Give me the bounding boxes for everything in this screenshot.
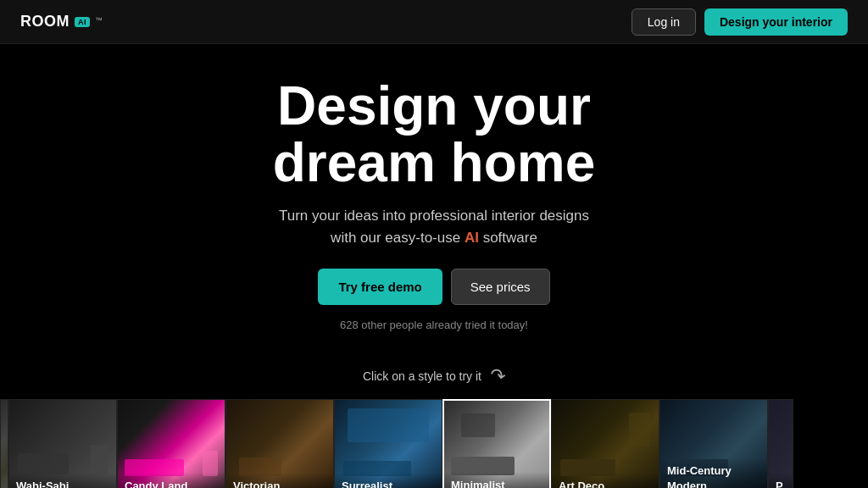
style-label-row: Click on a style to try it ↷: [0, 365, 868, 387]
style-card-surrealist[interactable]: Surrealist: [334, 399, 442, 488]
hero-section: Design your dream home Turn your ideas i…: [0, 44, 868, 348]
style-card-wabi-sabi-label: Wabi-Sabi: [16, 480, 69, 488]
style-card-art-deco-label: Art Deco: [559, 480, 604, 488]
style-card-partial-right[interactable]: P...: [768, 399, 793, 488]
style-card-wabi-sabi-overlay: Wabi-Sabi: [9, 473, 116, 488]
style-card-candy-land[interactable]: Candy Land: [117, 399, 225, 488]
style-card-art-deco[interactable]: Art Deco: [551, 399, 659, 488]
style-card-wabi-sabi[interactable]: Wabi-Sabi: [8, 399, 117, 488]
style-card-candy-land-overlay: Candy Land: [118, 473, 225, 488]
style-card-minimalist[interactable]: Minimalist: [442, 399, 551, 488]
social-proof-text: 628 other people already tried it today!: [340, 319, 528, 331]
style-card-candy-land-label: Candy Land: [125, 480, 187, 488]
nav-buttons: Log in Design your interior: [632, 8, 848, 36]
logo-text: ROOM: [20, 13, 70, 30]
see-prices-button[interactable]: See prices: [451, 269, 550, 305]
curved-arrow-icon: ↷: [488, 364, 507, 389]
style-instruction-label: Click on a style to try it: [363, 369, 481, 383]
ai-highlight: AI: [465, 230, 479, 246]
hero-title: Design your dream home: [273, 78, 596, 191]
navbar: ROOM AI ™ Log in Design your interior: [0, 0, 868, 44]
style-card-minimalist-label: Minimalist: [451, 479, 505, 488]
style-card-victorian[interactable]: Victorian: [225, 399, 334, 488]
style-card-art-deco-overlay: Art Deco: [552, 473, 659, 488]
style-card-mid-century[interactable]: Mid-Century Modern: [659, 399, 768, 488]
hero-subtitle: Turn your ideas into professional interi…: [264, 205, 604, 248]
style-card-mid-century-overlay: Mid-Century Modern: [660, 458, 767, 488]
login-button[interactable]: Log in: [632, 8, 696, 36]
try-free-demo-button[interactable]: Try free demo: [318, 269, 442, 305]
styles-section: Click on a style to try it ↷ Wabi-Sabi C…: [0, 348, 868, 488]
logo-ai-badge: AI: [75, 17, 90, 27]
style-card-surrealist-label: Surrealist: [342, 480, 392, 488]
logo: ROOM AI ™: [20, 13, 103, 30]
style-card-minimalist-overlay: Minimalist: [444, 472, 549, 488]
style-card-victorian-overlay: Victorian: [226, 473, 333, 488]
design-interior-button[interactable]: Design your interior: [704, 8, 848, 36]
style-card-victorian-label: Victorian: [233, 480, 280, 488]
cta-buttons: Try free demo See prices: [318, 269, 549, 305]
style-cards-strip: Wabi-Sabi Candy Land Victorian: [0, 399, 868, 488]
style-card-mid-century-label: Mid-Century Modern: [667, 464, 732, 488]
logo-trademark: ™: [95, 16, 103, 25]
style-card-partial-left[interactable]: [0, 399, 8, 488]
style-card-surrealist-overlay: Surrealist: [335, 473, 442, 488]
style-card-partial-right-label: P...: [776, 480, 791, 488]
